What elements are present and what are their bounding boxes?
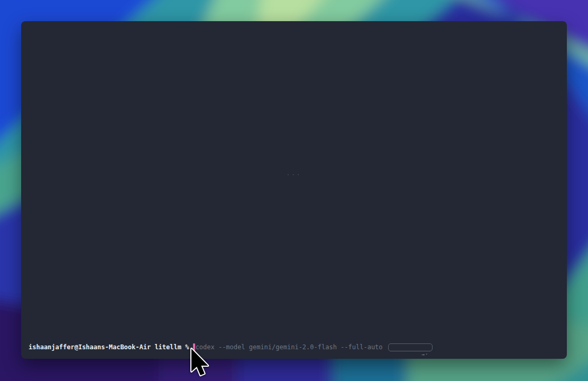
prompt-user-host: ishaanjaffer@Ishaans-MacBook-Air <box>29 343 151 351</box>
arrow-right-icon: →· <box>421 351 429 357</box>
prompt-directory: litellm <box>154 343 181 351</box>
terminal-window[interactable]: ··· ishaanjaffer@Ishaans-MacBook-Air lit… <box>21 21 567 359</box>
command-suggestion: codex --model gemini/gemini-2.0-flash --… <box>196 343 383 351</box>
screen: ··· ishaanjaffer@Ishaans-MacBook-Air lit… <box>0 0 588 381</box>
prompt-line[interactable]: ishaanjaffer@Ishaans-MacBook-Air litellm… <box>29 343 559 351</box>
mouse-pointer-icon <box>190 347 209 377</box>
loading-ellipsis: ··· <box>21 171 567 178</box>
prompt-symbol: % <box>185 343 189 351</box>
accept-hint-badge: →· <box>388 343 433 351</box>
